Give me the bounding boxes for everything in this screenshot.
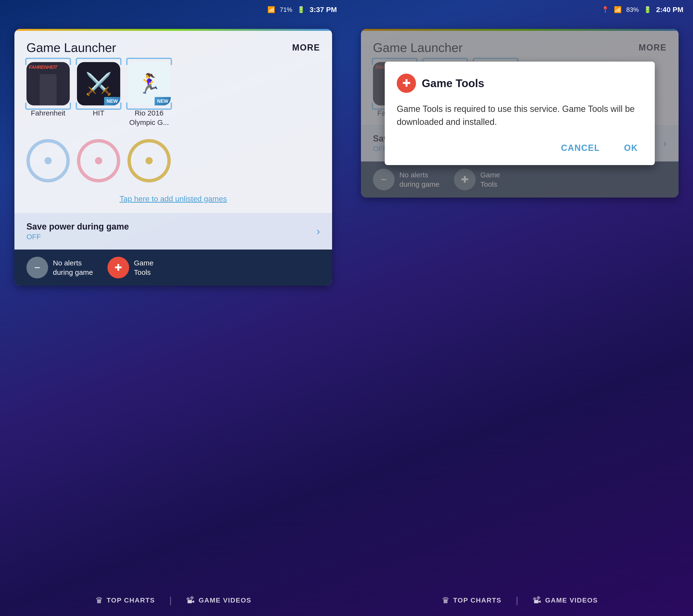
top-charts-label-left: TOP CHARTS xyxy=(107,597,155,604)
no-alerts-button-left[interactable]: − No alertsduring game xyxy=(26,257,93,278)
game-name-rio-left: Rio 2016Olympic G... xyxy=(129,108,169,127)
game-item-hit-left[interactable]: ⚔️ NEW HIT xyxy=(77,62,120,127)
inner-dot-gold-left xyxy=(145,157,153,165)
dialog-ok-button[interactable]: OK xyxy=(619,140,643,155)
dialog-title: Game Tools xyxy=(422,77,484,90)
dialog-game-tools-icon: ✚ xyxy=(397,74,416,93)
battery-right: 83% xyxy=(627,6,639,14)
game-tools-button-left[interactable]: ✚ GameTools xyxy=(107,257,154,278)
game-item-fahrenheit-left[interactable]: FAHRENHEIT Fahrenheit xyxy=(26,62,70,127)
battery-icon-left: 🔋 xyxy=(297,6,305,14)
game-tools-dialog: ✚ Game Tools Game Tools is required to u… xyxy=(385,62,655,165)
left-card-header: Game Launcher MORE xyxy=(15,31,332,62)
wifi-icon-right: 📶 xyxy=(614,6,621,14)
top-charts-icon-right: ♛ xyxy=(442,595,450,605)
save-power-text-left: Save power during game OFF xyxy=(26,222,129,241)
placeholder-circle-pink-left xyxy=(77,139,120,182)
save-power-status-left: OFF xyxy=(26,233,129,241)
game-videos-nav-right[interactable]: 📽 GAME VIDEOS xyxy=(533,595,598,605)
bottom-nav-right: ♛ TOP CHARTS | 📽 GAME VIDEOS xyxy=(346,595,693,605)
game-icon-frame-rio-left: 🏃‍♀️ NEW xyxy=(127,62,171,105)
left-games-grid: FAHRENHEIT Fahrenheit xyxy=(15,62,332,134)
wifi-icon-left: 📶 xyxy=(268,6,275,14)
left-app-card: Game Launcher MORE FAHRENHEIT xyxy=(15,29,332,286)
dialog-cancel-button[interactable]: CANCEL xyxy=(556,140,605,155)
top-charts-icon-left: ♛ xyxy=(95,595,103,605)
game-icon-frame-fahrenheit-left: FAHRENHEIT xyxy=(26,62,70,105)
game-videos-nav-left[interactable]: 📽 GAME VIDEOS xyxy=(186,595,252,605)
dialog-overlay: ✚ Game Tools Game Tools is required to u… xyxy=(361,29,678,197)
game-tools-icon-left: ✚ xyxy=(107,257,129,278)
left-phone-screen: Game Launcher MORE FAHRENHEIT xyxy=(0,19,346,585)
inner-dot-pink-left xyxy=(95,157,102,165)
placeholder-row-left xyxy=(15,134,332,192)
right-status-bar: 📍 📶 83% 🔋 2:40 PM xyxy=(346,0,693,19)
left-more-button[interactable]: MORE xyxy=(292,43,320,53)
placeholder-circle-gold-left xyxy=(127,139,171,182)
inner-dot-blue-left xyxy=(44,157,52,165)
game-videos-icon-right: 📽 xyxy=(533,595,541,605)
game-icon-wrapper-fahrenheit-left: FAHRENHEIT xyxy=(26,62,70,105)
dialog-actions: CANCEL OK xyxy=(397,140,643,155)
dialog-body: Game Tools is required to use this servi… xyxy=(397,102,643,129)
fahrenheit-logo-left: FAHRENHEIT xyxy=(29,64,57,70)
game-item-rio-left[interactable]: 🏃‍♀️ NEW Rio 2016Olympic G... xyxy=(127,62,171,127)
no-alerts-icon-left: − xyxy=(26,257,48,278)
battery-left: 71% xyxy=(280,6,292,14)
game-icon-wrapper-hit-left: ⚔️ NEW xyxy=(77,62,120,105)
game-videos-icon-left: 📽 xyxy=(186,595,195,605)
left-card-title: Game Launcher xyxy=(26,40,116,55)
game-videos-label-left: GAME VIDEOS xyxy=(199,597,252,604)
battery-icon-right: 🔋 xyxy=(644,6,651,14)
no-alerts-label-left: No alertsduring game xyxy=(53,258,93,277)
dialog-header: ✚ Game Tools xyxy=(397,74,643,93)
bottom-nav-left: ♛ TOP CHARTS | 📽 GAME VIDEOS xyxy=(0,595,346,605)
bottom-nav: ♛ TOP CHARTS | 📽 GAME VIDEOS ♛ TOP CHART… xyxy=(0,585,693,616)
game-icon-frame-hit-left: ⚔️ NEW xyxy=(77,62,120,105)
right-app-card: Game Launcher MORE FAHRENHEIT xyxy=(361,29,678,197)
time-right: 2:40 PM xyxy=(656,5,684,14)
nav-divider-left: | xyxy=(170,595,172,605)
time-left: 3:37 PM xyxy=(310,5,337,14)
save-power-arrow-left: › xyxy=(316,225,320,237)
left-status-bar: 📶 71% 🔋 3:37 PM xyxy=(0,0,346,19)
top-charts-nav-left[interactable]: ♛ TOP CHARTS xyxy=(95,595,155,605)
placeholder-circle-blue-left xyxy=(26,139,70,182)
save-power-title-left: Save power during game xyxy=(26,222,129,232)
top-charts-label-right: TOP CHARTS xyxy=(453,597,501,604)
game-tools-crosshair-icon: ✚ xyxy=(402,77,411,89)
game-videos-label-right: GAME VIDEOS xyxy=(545,597,598,604)
card-top-bar-left xyxy=(15,29,332,31)
add-games-link-left[interactable]: Tap here to add unlisted games xyxy=(15,192,332,213)
game-tools-label-left: GameTools xyxy=(134,258,154,277)
left-card-actions: − No alertsduring game ✚ GameTools xyxy=(15,250,332,286)
fahrenheit-art-left: FAHRENHEIT xyxy=(26,62,70,105)
right-phone-screen: Game Launcher MORE FAHRENHEIT xyxy=(346,19,693,585)
nav-divider-right: | xyxy=(516,595,518,605)
save-power-section-left[interactable]: Save power during game OFF › xyxy=(15,213,332,250)
location-icon-right: 📍 xyxy=(601,6,609,14)
top-charts-nav-right[interactable]: ♛ TOP CHARTS xyxy=(442,595,501,605)
game-icon-wrapper-rio-left: 🏃‍♀️ NEW xyxy=(127,62,171,105)
